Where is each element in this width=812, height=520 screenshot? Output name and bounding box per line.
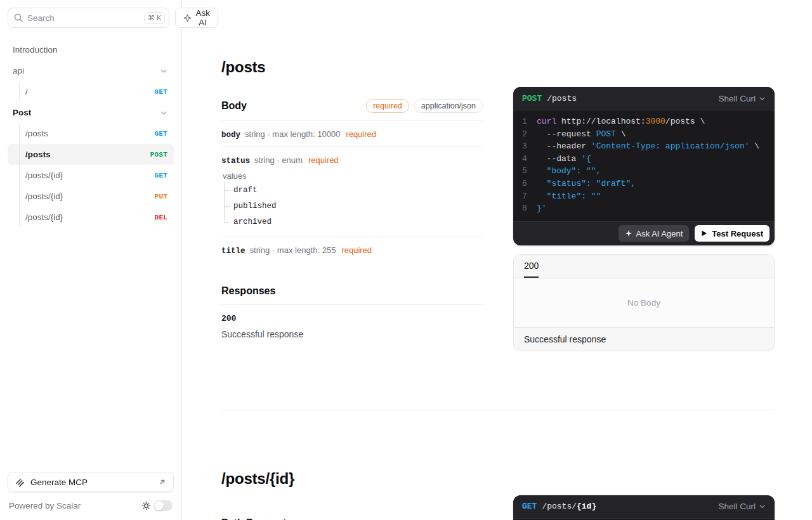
request-method: GET [522,502,537,511]
client-selector[interactable]: Shell Curl [718,94,766,103]
search-icon [14,13,23,22]
request-path: /posts/{id} [542,502,596,511]
operation-get-posts-id: /posts/{id} Path Parameters GET /posts/{… [221,410,775,520]
sidebar-top: ⌘ K Ask AI [8,8,174,28]
play-icon [701,230,707,237]
sidebar-item-posts-id-put[interactable]: /posts/{id} PUT [8,186,174,207]
line-number: 1 [513,115,537,128]
line-number: 7 [513,190,537,203]
sidebar-nav: Introduction api / GET Post /posts [8,39,174,472]
sidebar-api-children: / GET [8,81,174,102]
sidebar-group-post[interactable]: Post [8,102,174,123]
field-required: required [341,245,372,255]
sidebar-item-posts-get[interactable]: /posts GET [8,123,174,144]
page-title: /posts/{id} [221,410,775,488]
sidebar-item-posts-id-del[interactable]: /posts/{id} DEL [8,207,174,228]
endpoint-path: /posts/{id} [25,171,63,180]
field-meta: string · enum [254,155,303,165]
endpoint-path: /posts/{id} [25,192,63,201]
switch-knob [154,501,164,510]
sidebar-footer: Generate MCP Powered by Scalar [8,472,174,512]
sidebar-group-label: api [13,66,24,75]
sidebar-post-children: /posts GET /posts POST /posts/{id} GET /… [8,123,174,228]
sidebar-group-api[interactable]: api [8,60,174,81]
response-status-code: 200 [221,314,483,323]
request-example-header: POST /posts Shell Curl [513,87,775,110]
main-content: /posts Body required application/json bo… [183,0,812,520]
endpoint-path: /posts [25,129,48,138]
sidebar-group-label: Post [13,108,31,117]
theme-switch[interactable] [154,500,173,511]
tree-line [19,82,20,101]
endpoint-path: / [25,87,28,96]
field-required: required [308,155,339,165]
search-shortcut: ⌘ K [144,12,165,24]
code-line: 7 "title": "" [513,190,775,203]
response-tab-200[interactable]: 200 [524,255,539,278]
code-line: 4 --data '{ [513,153,775,166]
content-type-badge: application/json [414,99,483,113]
request-method: POST [522,94,542,103]
ask-ai-button[interactable]: Ask AI [175,8,218,28]
ask-ai-label: Ask AI [195,8,210,27]
field-title: titlestring · max length: 255required [221,237,483,263]
client-selector-label: Shell Curl [718,94,756,103]
method-badge-get: GET [155,88,167,96]
sidebar-item-root-get[interactable]: / GET [8,81,174,102]
sparkle-icon [183,14,192,22]
line-number: 3 [513,140,537,153]
request-example-card: GET /posts/{id} Shell Curl [513,495,775,520]
chevron-down-icon [160,67,167,75]
theme-toggle[interactable] [141,500,173,511]
line-number: 4 [513,153,537,166]
sun-icon [141,501,151,510]
response-empty-body: No Body [514,278,774,327]
method-badge-get: GET [155,172,167,179]
response-description: Successful response [221,329,483,339]
ask-ai-agent-label: Ask AI Agent [636,229,683,238]
request-example-card: POST /posts Shell Curl 1curl http://loca… [513,87,775,245]
client-selector-label: Shell Curl [718,502,756,511]
operation-details: Body required application/json bodystrin… [221,76,483,351]
responses-section: Responses 200 Successful response [221,285,483,339]
responses-heading: Responses [221,285,483,297]
search-input-wrapper[interactable]: ⌘ K [8,8,169,28]
sidebar-item-posts-post[interactable]: /posts POST [8,144,174,165]
test-request-button[interactable]: Test Request [695,225,769,242]
ask-ai-agent-button[interactable]: Ask AI Agent [619,225,690,242]
code-block[interactable]: 1curl http://localhost:3000/posts \ 2 --… [513,110,775,221]
response-tabs: 200 [514,255,774,278]
chevron-down-icon [759,503,766,510]
arrow-up-right-icon [159,478,166,486]
sidebar-item-introduction[interactable]: Introduction [8,39,174,60]
line-number: 5 [513,165,537,178]
line-number: 8 [513,202,537,215]
endpoint-path: /posts [25,150,51,159]
sidebar-item-posts-id-get[interactable]: /posts/{id} GET [8,165,174,186]
code-line: 8}' [513,202,775,215]
method-badge-del: DEL [155,214,167,221]
sparkle-icon [625,230,632,237]
operation-details: Path Parameters [221,488,483,520]
operation-examples: POST /posts Shell Curl 1curl http://loca… [513,87,775,351]
line-number: 6 [513,178,537,190]
page-title: /posts [221,0,775,76]
client-selector[interactable]: Shell Curl [718,502,766,511]
method-badge-get: GET [155,130,167,138]
enum-value: published [224,198,483,214]
request-path: /posts [547,94,577,103]
operation-examples: GET /posts/{id} Shell Curl [513,495,775,520]
field-status: statusstring · enumrequired values draft… [221,147,483,237]
powered-by-scalar-link[interactable]: Powered by Scalar [9,501,81,510]
generate-mcp-button[interactable]: Generate MCP [8,472,174,492]
code-line: 5 "body": "", [513,165,775,178]
sidebar: ⌘ K Ask AI Introduction api / GET Po [0,0,182,520]
line-number: 2 [513,128,537,141]
required-badge: required [366,99,409,113]
search-input[interactable] [27,13,140,23]
field-name: status [221,157,250,166]
field-body: bodystring · max length: 10000required [221,121,483,146]
generate-mcp-label: Generate MCP [30,478,88,487]
request-example-footer: Ask AI Agent Test Request [513,221,775,245]
method-badge-put: PUT [155,193,167,200]
